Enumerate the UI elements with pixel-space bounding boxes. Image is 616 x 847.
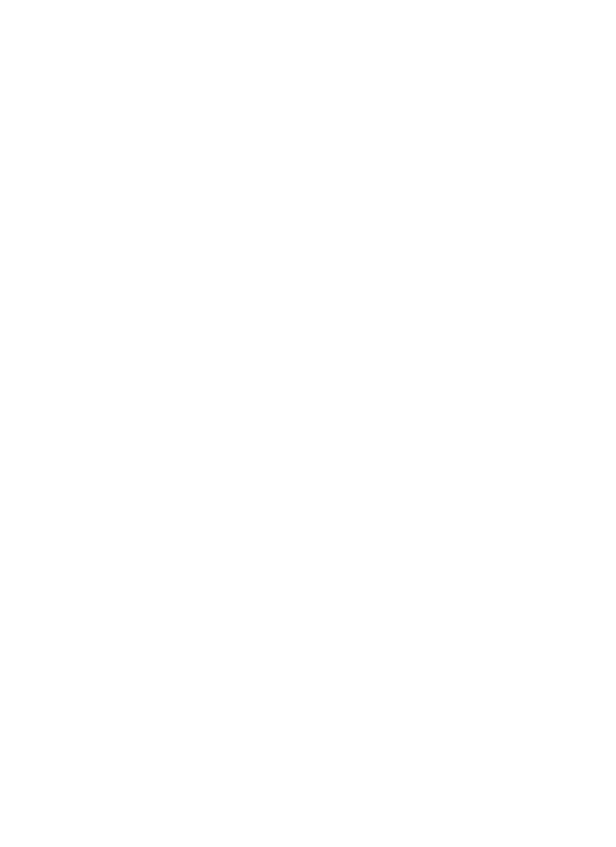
connection-lines (0, 0, 616, 847)
chart-container (0, 0, 616, 847)
